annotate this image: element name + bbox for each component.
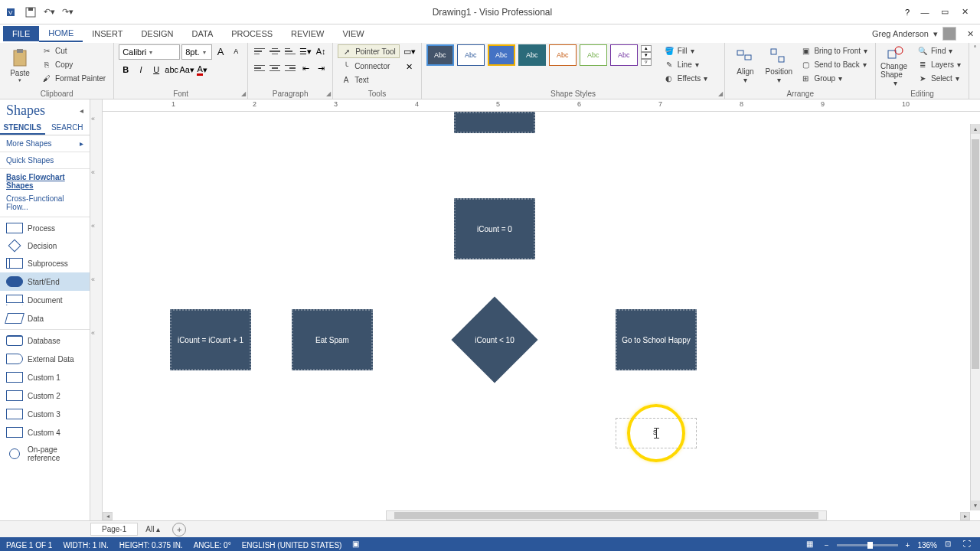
scrollbar-thumb[interactable] xyxy=(972,139,979,369)
gallery-up-button[interactable]: ▴ xyxy=(641,45,652,52)
presentation-icon[interactable]: ▦ xyxy=(806,540,817,550)
align-center-button[interactable] xyxy=(268,61,282,75)
layers-button[interactable]: ≣Layers ▾ xyxy=(914,58,964,70)
vertical-scrollbar[interactable]: ▴ ▾ xyxy=(970,124,980,510)
font-color-button[interactable]: A▾ xyxy=(195,63,209,77)
shape-custom1[interactable]: Custom 1 xyxy=(0,368,90,386)
align-left-button[interactable] xyxy=(253,61,266,75)
zoom-out-button[interactable]: − xyxy=(825,541,829,549)
close-doc-icon[interactable]: ✕ xyxy=(967,29,974,39)
style-gallery[interactable]: Abc Abc Abc Abc Abc Abc Abc ▴ ▾ ▿ xyxy=(426,44,652,66)
orientation-button[interactable]: A↕ xyxy=(314,44,328,58)
bring-front-button[interactable]: ▣Bring to Front ▾ xyxy=(797,44,871,57)
scroll-right-button[interactable]: ▸ xyxy=(960,512,970,520)
shape-document[interactable]: Document xyxy=(0,291,90,309)
cut-button[interactable]: ✂Cut xyxy=(38,44,109,57)
collapse-ribbon-button[interactable]: ˄ xyxy=(969,43,980,99)
tab-design[interactable]: DESIGN xyxy=(132,26,182,41)
line-button[interactable]: ✎Line ▾ xyxy=(661,58,710,70)
outdent-button[interactable]: ⇤ xyxy=(299,61,312,75)
group-button[interactable]: ⊞Group ▾ xyxy=(797,72,871,84)
shape-onpage-ref[interactable]: On-page reference xyxy=(0,442,90,466)
copy-button[interactable]: ⎘Copy xyxy=(38,58,109,70)
align-bottom-button[interactable] xyxy=(283,44,297,58)
style-item[interactable]: Abc xyxy=(488,44,515,66)
pointer-tool-button[interactable]: ➚Pointer Tool xyxy=(338,44,400,58)
style-item[interactable]: Abc xyxy=(426,44,454,66)
grow-font-button[interactable]: A xyxy=(214,44,227,58)
bullets-button[interactable]: ☰▾ xyxy=(299,44,312,58)
italic-button[interactable]: I xyxy=(134,63,148,77)
process-shape[interactable] xyxy=(454,112,535,133)
stencils-tab[interactable]: STENCILS xyxy=(0,122,45,135)
shape-database[interactable]: Database xyxy=(0,331,90,350)
fullscreen-icon[interactable]: ⛶ xyxy=(963,540,974,550)
decision-shape[interactable]: iCount < 10 xyxy=(454,309,535,370)
style-item[interactable]: Abc xyxy=(580,44,607,66)
stencil-basic-flowchart[interactable]: Basic Flowchart Shapes xyxy=(0,171,90,192)
font-family-combo[interactable]: Calibri▾ xyxy=(119,44,180,60)
stencil-cross-functional[interactable]: Cross-Functional Flow... xyxy=(0,192,90,214)
find-button[interactable]: 🔍Find ▾ xyxy=(914,44,964,57)
scroll-up-button[interactable]: ▴ xyxy=(971,124,980,134)
tab-home[interactable]: HOME xyxy=(39,25,83,42)
user-name[interactable]: Greg Anderson xyxy=(872,29,929,38)
change-shape-button[interactable]: Change Shape▾ xyxy=(880,44,911,87)
tab-file[interactable]: FILE xyxy=(3,26,39,41)
fit-page-icon[interactable]: ⊡ xyxy=(945,540,956,550)
drawing-canvas[interactable]: iCount = 0 iCount = iCount + 1 Eat Spam … xyxy=(103,112,980,520)
align-top-button[interactable] xyxy=(253,44,266,58)
position-button[interactable]: Position▾ xyxy=(763,44,794,87)
shape-external-data[interactable]: External Data xyxy=(0,350,90,368)
tab-process[interactable]: PROCESS xyxy=(222,26,282,41)
close-tool-button[interactable]: ✕ xyxy=(403,60,416,73)
text-tool-button[interactable]: AText xyxy=(338,73,400,86)
scroll-left-button[interactable]: ◂ xyxy=(103,512,113,520)
scrollbar-thumb[interactable] xyxy=(394,512,818,519)
underline-button[interactable]: U xyxy=(149,63,163,77)
font-size-combo[interactable]: 8pt.▾ xyxy=(181,44,212,60)
maximize-icon[interactable]: ▭ xyxy=(936,5,954,20)
collapse-panel-button[interactable]: ◂ xyxy=(80,106,83,115)
shape-subprocess[interactable]: Subprocess xyxy=(0,254,90,272)
shape-custom3[interactable]: Custom 3 xyxy=(0,405,90,423)
connector-button[interactable]: ╰Connector xyxy=(338,60,400,72)
paragraph-launcher[interactable]: ◢ xyxy=(326,90,331,97)
tab-view[interactable]: VIEW xyxy=(333,26,373,41)
gallery-more-button[interactable]: ▿ xyxy=(641,59,652,66)
format-painter-button[interactable]: 🖌Format Painter xyxy=(38,72,109,84)
search-tab[interactable]: SEARCH xyxy=(45,122,90,135)
all-pages-button[interactable]: All ▴ xyxy=(139,523,166,535)
shape-data[interactable]: Data xyxy=(0,309,90,328)
zoom-in-button[interactable]: + xyxy=(906,541,910,549)
scroll-down-button[interactable]: ▾ xyxy=(971,500,980,510)
process-shape[interactable]: iCount = iCount + 1 xyxy=(170,309,251,370)
stencil-quick-shapes[interactable]: Quick Shapes xyxy=(0,154,90,167)
effects-button[interactable]: ◐Effects ▾ xyxy=(661,72,710,84)
user-avatar[interactable] xyxy=(942,27,956,41)
align-right-button[interactable] xyxy=(283,61,297,75)
zoom-level[interactable]: 136% xyxy=(917,541,937,549)
select-button[interactable]: ➤Select ▾ xyxy=(914,72,964,84)
style-item[interactable]: Abc xyxy=(457,44,485,66)
send-back-button[interactable]: ▢Send to Back ▾ xyxy=(797,58,871,70)
page-tab[interactable]: Page-1 xyxy=(90,523,138,536)
align-button[interactable]: Align▾ xyxy=(730,44,760,87)
shape-start-end[interactable]: Start/End xyxy=(0,272,90,291)
styles-launcher[interactable]: ◢ xyxy=(718,90,723,97)
status-language[interactable]: ENGLISH (UNITED STATES) xyxy=(242,541,342,549)
align-middle-button[interactable] xyxy=(268,44,282,58)
close-icon[interactable]: ✕ xyxy=(956,5,974,20)
bold-button[interactable]: B xyxy=(119,63,132,77)
shape-decision[interactable]: Decision xyxy=(0,237,90,254)
process-shape[interactable]: iCount = 0 xyxy=(454,198,535,259)
add-page-button[interactable]: + xyxy=(172,523,186,536)
process-shape[interactable]: Eat Spam xyxy=(292,309,373,370)
horizontal-scrollbar[interactable] xyxy=(386,510,827,520)
strike-button[interactable]: abc xyxy=(165,63,178,77)
indent-button[interactable]: ⇥ xyxy=(314,61,328,75)
fill-button[interactable]: 🪣Fill ▾ xyxy=(661,44,710,57)
case-button[interactable]: Aa▾ xyxy=(180,63,194,77)
undo-icon[interactable]: ↶▾ xyxy=(41,5,57,20)
stencil-more-shapes[interactable]: More Shapes▸ xyxy=(0,137,90,150)
